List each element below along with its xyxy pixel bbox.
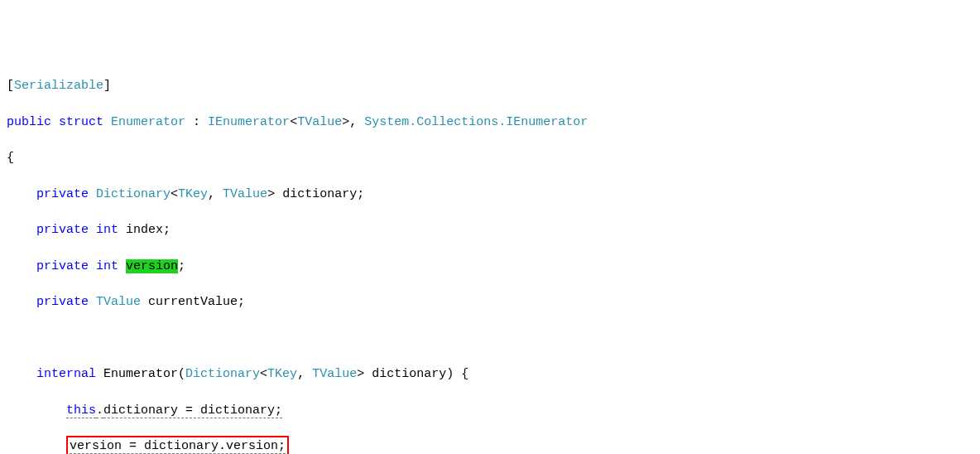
line-struct-decl: public struct Enumerator : IEnumerator<T… [7, 114, 973, 132]
line-field-currentvalue: private TValue currentValue; [7, 293, 973, 312]
line-attr: [Serializable] [7, 77, 973, 95]
line-field-index: private int index; [7, 221, 973, 239]
highlight-version: version [126, 259, 178, 273]
line-ctor-version: version = dictionary.version; [7, 437, 973, 454]
line-blank-1 [7, 330, 973, 348]
type-enumerator: Enumerator [111, 115, 185, 129]
line-ctor-decl: internal Enumerator(Dictionary<TKey, TVa… [7, 365, 973, 384]
line-ctor-this: this.dictionary = dictionary; [7, 402, 973, 420]
line-field-dict: private Dictionary<TKey, TValue> diction… [7, 186, 973, 204]
kw-this: this [66, 403, 96, 418]
redbox-version-assign: version = dictionary.version; [66, 436, 289, 454]
type-serializable: Serializable [14, 79, 103, 93]
line-brace-open: { [7, 149, 973, 167]
line-field-version: private int version; [7, 258, 973, 276]
